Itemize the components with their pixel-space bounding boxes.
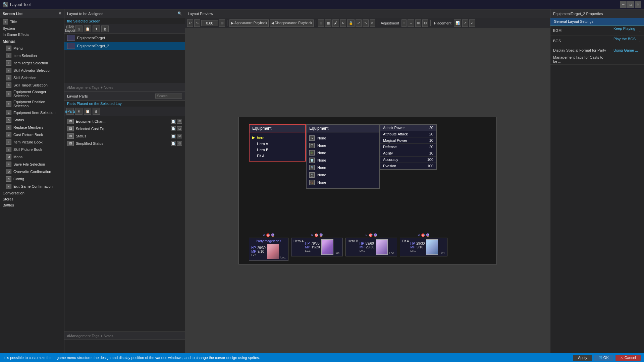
expand-button[interactable]: ⤢ [356,19,362,27]
copy-layout-button[interactable]: ⎘ [75,25,83,32]
sidebar-item-config[interactable]: C Config [0,175,64,183]
sidebar-item-equipment-changer-selection[interactable]: E Equipment Changer Selection [0,89,64,99]
sidebar-item-skill-selection[interactable]: S Skill Selection [0,74,64,81]
layout-item-equipment-target-2[interactable]: EquipmentTarget_2 [64,42,185,50]
part-item-equipment-chan[interactable]: 🖼 Equipment Chan... 📄 ☑ [64,118,185,125]
paste-part-button[interactable]: 📋 [84,108,91,115]
ok-button[interactable]: ☑ OK [594,355,613,361]
part-item-status[interactable]: 🖼 Status 📄 ☑ [64,132,185,140]
part-item-simplified-status[interactable]: 🖼 Simplified Status 📄 ☑ [64,140,185,147]
bottom-mgmt-section: #Management Tags + Notes [64,331,185,353]
part-page-btn-4[interactable]: 📄 [171,141,176,146]
part-page-btn-2[interactable]: 📄 [171,126,176,131]
window-controls: ─ □ ✕ [620,1,641,8]
eq-item-icon: E [6,110,11,115]
placement-btn-1[interactable]: 📊 [454,19,461,27]
shrink-button[interactable]: ⤡ [363,19,369,27]
screen-list-close[interactable]: ✕ [58,11,61,16]
sidebar-item-replace-members[interactable]: R Replace Members [0,124,64,131]
sidebar-item-maps[interactable]: M Maps [0,153,64,161]
maximize-button[interactable]: □ [627,1,634,8]
align-button[interactable]: ⧈ [370,19,375,27]
appearance-playback-button[interactable]: ▶ Appearance Playback [229,19,269,27]
sidebar-item-item-target-selection[interactable]: I Item Target Selection [0,59,64,67]
sidebar-item-skill-activator-selection[interactable]: S Skill Activator Selection [0,67,64,74]
lock-button[interactable]: 🔒 [347,19,355,27]
properties-header: EquipmentTarget_2 Properties [550,9,644,18]
part-item-selected-cast-eq[interactable]: 🖼 Selected Cast Eq... 📄 ☑ [64,125,185,132]
eq-hero-item-hero-a[interactable]: Hero A [252,141,303,147]
grid-button[interactable]: ⊞ [318,19,324,27]
sidebar-item-conversation[interactable]: Conversation [0,190,64,196]
sidebar-item-in-game-effects[interactable]: In-Game Effects [0,32,64,38]
party-bar: ⚔🎯🔮 PartyImageIconX HP 29/30 [249,233,490,261]
adjustment-btn-4[interactable]: ⊟ [422,19,428,27]
sidebar-item-skill-target-selection[interactable]: S Skill Target Selection [0,81,64,89]
part-page-btn[interactable]: 📄 [171,119,176,124]
delete-part-button[interactable]: 🗑 [93,108,100,115]
eq-hero-item-hero[interactable]: ▶hero [252,134,303,141]
layout-item-equipment-target[interactable]: EquipmentTarget [64,34,185,42]
add-layout-button[interactable]: + Add Layout [66,25,74,32]
minimize-button[interactable]: ─ [620,1,627,8]
skill-book-icon: S [6,147,11,152]
sidebar-item-save-file-selection[interactable]: S Save File Selection [0,161,64,168]
copy-part-button[interactable]: ⎘ [75,108,83,115]
eq-slot-icon-3: 🪖 [309,150,315,156]
part-check-btn-3[interactable]: ☑ [177,134,182,138]
part-check-btn-4[interactable]: ☑ [177,141,182,146]
adjustment-btn-2[interactable]: ↔ [408,19,414,27]
properties-tab[interactable]: General Layout Settings [550,18,644,25]
rotate-button[interactable]: ↻ [340,19,346,27]
part-actions-4: 📄 ☑ [171,141,182,146]
sidebar-item-skill-picture-book[interactable]: S Skill Picture Book [0,146,64,153]
properties-rows: BGM Keep Playing ... BGS Play the BGS ..… [550,25,644,65]
part-check-btn-2[interactable]: ☑ [177,126,182,131]
paint-button[interactable]: 🖌 [332,19,339,27]
sidebar-item-cast-picture-book[interactable]: C Cast Picture Book [0,131,64,138]
delete-layout-button[interactable]: 🗑 [101,25,109,32]
redo-button[interactable]: ↪ [194,19,200,27]
prop-value-mgmt-tags[interactable] [611,57,644,62]
apply-button[interactable]: Apply [573,355,592,361]
prop-value-display-format[interactable]: Using Game ... [611,47,644,53]
status-message: It is possible to customize the in-game … [3,356,260,360]
prop-label-display-format: Display Special Format for Party [550,47,611,53]
close-button[interactable]: ✕ [635,1,641,8]
import-layout-button[interactable]: ⬆ [93,25,100,32]
sidebar-item-stores[interactable]: Stores [0,196,64,202]
sidebar-item-status[interactable]: S Status [0,116,64,124]
screen-list-panel: Screen List ✕ T Title System In-Game Eff… [0,9,64,353]
preview-area[interactable]: Equipment ▶hero Hero A Hero B Elf A [185,28,550,353]
placement-btn-2[interactable]: ↗ [462,19,468,27]
sidebar-item-exit-game-confirmation[interactable]: E Exit Game Confirmation [0,183,64,190]
layout-parts-search[interactable] [155,94,182,99]
zoom-fit-button[interactable]: ⊞ [219,19,225,27]
sidebar-item-battles[interactable]: Battles [0,202,64,208]
eq-hero-item-elf-a[interactable]: Elf A [252,153,303,159]
sidebar-item-item-picture-book[interactable]: I Item Picture Book [0,138,64,146]
adjustment-btn-1[interactable]: ↕ [401,19,407,27]
undo-button[interactable]: ↩ [187,19,193,27]
sidebar-item-overwrite-confirmation[interactable]: O Overwrite Confirmation [0,168,64,175]
add-parts-button[interactable]: ⊕ Parts [66,108,74,115]
sidebar-item-item-selection[interactable]: I Item Selection [0,52,64,59]
placement-btn-3[interactable]: ↙ [469,19,475,27]
part-page-btn-3[interactable]: 📄 [171,134,176,138]
cancel-button[interactable]: ✕ Cancel [615,355,641,361]
disappearance-playback-button[interactable]: ◀ Disappearance Playback [270,19,314,27]
sidebar-item-equipment-position-selection[interactable]: E Equipment Position Selection [0,99,64,109]
adjustment-btn-3[interactable]: ⊞ [415,19,421,27]
sidebar-item-system[interactable]: System [0,25,64,32]
table-button[interactable]: ▦ [325,19,331,27]
parts-items-list: 🖼 Equipment Chan... 📄 ☑ 🖼 Selected Cast … [64,116,185,331]
prop-value-bgm[interactable]: Keep Playing ... [611,25,644,36]
part-check-btn[interactable]: ☑ [177,119,182,124]
sidebar-item-equipment-item-selection[interactable]: E Equipment Item Selection [0,109,64,116]
prop-value-bgs[interactable]: Play the BGS ... [611,36,644,46]
eq-hero-item-hero-b[interactable]: Hero B [252,147,303,153]
sidebar-item-title[interactable]: T Title [0,18,64,25]
sidebar-item-menu[interactable]: M Menu [0,45,64,52]
search-icon[interactable]: 🔍 [177,11,182,16]
paste-layout-button[interactable]: 📋 [84,25,91,32]
